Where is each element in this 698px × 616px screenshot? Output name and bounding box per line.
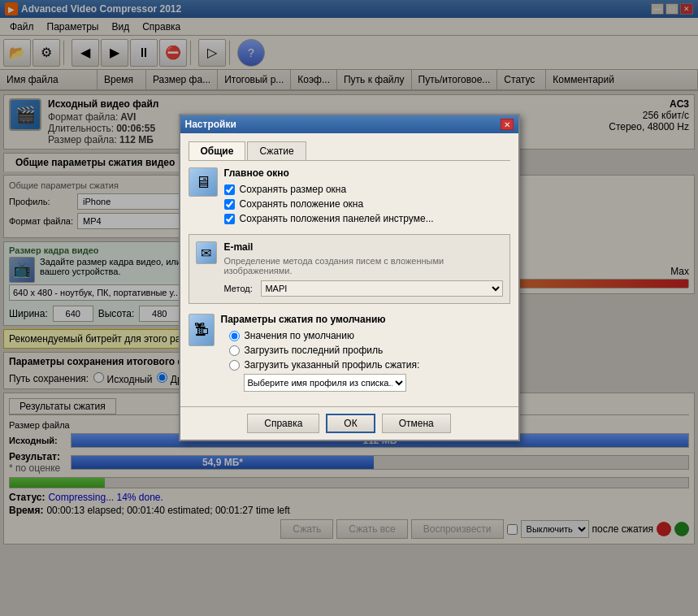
email-section: ✉ E-mail Определение метода создания пис… xyxy=(189,234,510,304)
check-row-1: Сохранять размер окна xyxy=(224,184,434,195)
radio-row-1: Значения по умолчанию xyxy=(229,330,510,341)
main-window-title: Главное окно xyxy=(224,167,434,179)
email-icon: ✉ xyxy=(196,241,218,264)
email-content: E-mail Определение метода создания писем… xyxy=(223,241,502,297)
compress-icon: 🗜 xyxy=(189,314,215,346)
radio-row-3: Загрузить указанный профиль сжатия: xyxy=(229,359,510,371)
save-window-size-checkbox[interactable] xyxy=(224,184,235,195)
main-window-icon: 🖥 xyxy=(189,167,218,197)
dialog-tab-general[interactable]: Общие xyxy=(189,141,246,160)
email-icon-row: ✉ E-mail Определение метода создания пис… xyxy=(196,241,503,297)
dialog-tabs: Общие Сжатие xyxy=(189,141,510,161)
main-window-content: Главное окно Сохранять размер окна Сохра… xyxy=(224,167,434,224)
specified-profile-radio[interactable] xyxy=(229,360,240,371)
email-desc: Определение метода создания писем с влож… xyxy=(223,256,502,275)
dialog-help-button[interactable]: Справка xyxy=(247,414,319,433)
email-title: E-mail xyxy=(223,241,502,253)
dialog-tab-compression[interactable]: Сжатие xyxy=(247,141,306,160)
radio-row-2: Загрузить последний профиль xyxy=(229,345,510,356)
dialog-title: Настройки xyxy=(185,119,236,130)
compress-title: Параметры сжатия по умолчанию xyxy=(221,314,510,325)
last-profile-radio[interactable] xyxy=(229,345,240,356)
main-window-row: 🖥 Главное окно Сохранять размер окна xyxy=(189,167,510,224)
dialog-body: Общие Сжатие 🖥 Главное окно Сохранять ра… xyxy=(180,133,518,406)
save-window-position-checkbox[interactable] xyxy=(224,199,235,210)
main-window-checkboxes: Сохранять размер окна Сохранять положени… xyxy=(224,184,434,224)
dialog-overlay: Настройки ✕ Общие Сжатие 🖥 Главное окно xyxy=(0,0,698,616)
email-method-row: Метод: MAPI xyxy=(223,280,502,297)
dialog-footer: Справка ОК Отмена xyxy=(180,406,518,440)
main-window-section: 🖥 Главное окно Сохранять размер окна xyxy=(189,167,510,224)
dialog-close-button[interactable]: ✕ xyxy=(501,119,514,130)
save-toolbar-position-checkbox[interactable] xyxy=(224,214,235,224)
dialog-ok-button[interactable]: ОК xyxy=(326,414,375,433)
compress-icon-row: 🗜 Параметры сжатия по умолчанию Значения… xyxy=(189,314,510,392)
dialog-cancel-button[interactable]: Отмена xyxy=(382,414,451,433)
check-row-2: Сохранять положение окна xyxy=(224,198,434,210)
default-values-radio[interactable] xyxy=(229,331,240,341)
compress-content: Параметры сжатия по умолчанию Значения п… xyxy=(221,314,510,392)
compress-radio-group: Значения по умолчанию Загрузить последни… xyxy=(221,330,510,371)
email-method-select[interactable]: MAPI xyxy=(261,280,502,297)
dialog-title-bar: Настройки ✕ xyxy=(180,115,518,133)
check-row-3: Сохранять положения панелей инструме... xyxy=(224,213,434,224)
settings-dialog: Настройки ✕ Общие Сжатие 🖥 Главное окно xyxy=(179,114,520,441)
profile-name-select[interactable]: Выберите имя профиля из списка... xyxy=(244,374,406,392)
compression-defaults-section: 🗜 Параметры сжатия по умолчанию Значения… xyxy=(189,314,510,392)
